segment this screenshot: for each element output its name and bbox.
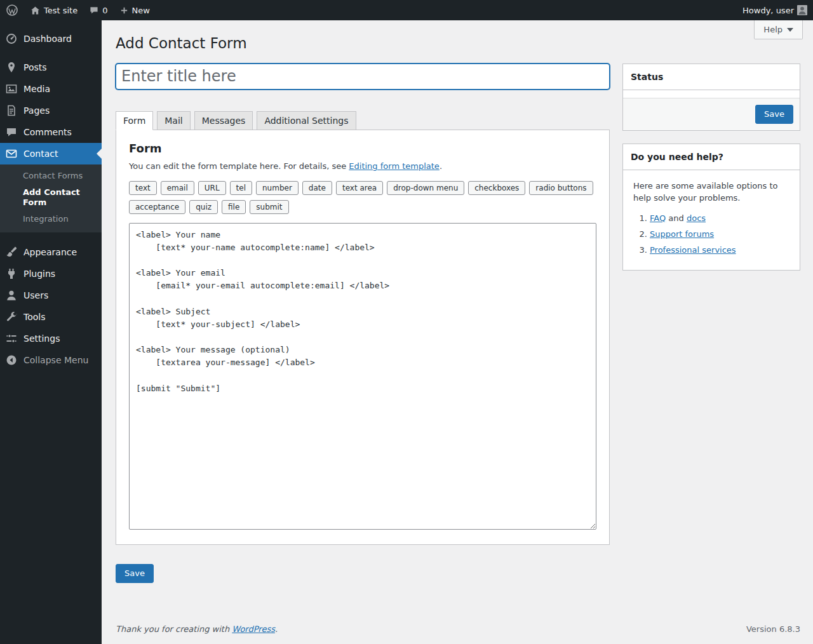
help-tab[interactable]: Help — [754, 20, 803, 39]
sidebar-item-label: Posts — [24, 62, 47, 72]
user-icon — [5, 289, 18, 302]
sidebar-item-plugins[interactable]: Plugins — [0, 263, 102, 285]
wordpress-link[interactable]: WordPress — [232, 624, 275, 634]
comment-icon — [89, 5, 99, 15]
status-box: Status Save — [622, 64, 800, 131]
sidebar-item-label: Pages — [24, 105, 50, 116]
avatar — [797, 5, 807, 15]
form-panel-description: You can edit the form template here. For… — [129, 161, 596, 171]
admin-sidebar: Dashboard Posts Media Pages Comments Con… — [0, 20, 102, 644]
tag-button-checkboxes[interactable]: checkboxes — [468, 181, 525, 195]
title-input[interactable] — [116, 64, 610, 90]
tag-button-email[interactable]: email — [161, 181, 194, 195]
help-box-title: Do you need help? — [623, 144, 800, 170]
main-area: Help Add Contact Form Form Mail Messages… — [102, 0, 813, 644]
home-icon — [30, 5, 41, 16]
comments-shortcut[interactable]: 0 — [83, 0, 113, 20]
howdy-label: Howdy, user — [742, 6, 794, 15]
site-name-link[interactable]: Test site — [24, 0, 83, 20]
page-icon — [5, 104, 18, 117]
tab-form[interactable]: Form — [116, 111, 153, 130]
collapse-icon — [5, 354, 18, 366]
sidebar-item-settings[interactable]: Settings — [0, 328, 102, 349]
sidebar-item-media[interactable]: Media — [0, 78, 102, 100]
sidebar-item-tools[interactable]: Tools — [0, 306, 102, 328]
menu-separator — [0, 232, 102, 241]
tag-button-text[interactable]: text — [129, 181, 157, 195]
admin-bar-left: Test site 0 New — [0, 0, 156, 20]
footer-thanks-suffix: . — [275, 624, 278, 634]
editing-form-template-link[interactable]: Editing form template — [349, 161, 440, 171]
sidebar-item-comments[interactable]: Comments — [0, 121, 102, 143]
sidebar-item-label: Dashboard — [24, 34, 72, 44]
description-suffix: . — [440, 161, 442, 171]
tag-button-text-area[interactable]: text area — [336, 181, 383, 195]
tag-button-acceptance[interactable]: acceptance — [129, 200, 185, 214]
support-forums-link[interactable]: Support forums — [650, 229, 714, 239]
submenu-item-integration[interactable]: Integration — [0, 211, 102, 227]
plugin-icon — [5, 267, 18, 280]
side-column: Status Save Do you need help? Here are s… — [622, 64, 800, 283]
help-item-connector: and — [666, 213, 687, 223]
admin-bar: Test site 0 New Howdy, user — [0, 0, 813, 20]
footer-thanks-text: Thank you for creating with — [116, 624, 232, 634]
sidebar-item-posts[interactable]: Posts — [0, 57, 102, 78]
settings-icon — [5, 332, 18, 345]
menu-separator — [0, 50, 102, 57]
tab-mail[interactable]: Mail — [157, 111, 190, 130]
form-panel-heading: Form — [129, 142, 596, 155]
docs-link[interactable]: docs — [687, 213, 706, 223]
tag-button-radio-buttons[interactable]: radio buttons — [529, 181, 593, 195]
tab-additional-settings[interactable]: Additional Settings — [257, 111, 356, 130]
media-icon — [5, 83, 18, 95]
sidebar-item-dashboard[interactable]: Dashboard — [0, 28, 102, 50]
help-box-body: Here are some available options to help … — [623, 170, 800, 270]
tag-button-tel[interactable]: tel — [230, 181, 252, 195]
tag-button-submit[interactable]: submit — [250, 200, 288, 214]
page-title: Add Contact Form — [116, 34, 800, 53]
wp-logo-menu[interactable] — [0, 0, 24, 20]
tag-button-file[interactable]: file — [222, 200, 246, 214]
submenu-item-contact-forms[interactable]: Contact Forms — [0, 168, 102, 184]
help-box: Do you need help? Here are some availabl… — [622, 144, 800, 271]
status-save-button[interactable]: Save — [755, 105, 793, 124]
wrench-icon — [5, 311, 18, 323]
tag-button-url[interactable]: URL — [198, 181, 226, 195]
sidebar-item-label: Contact — [24, 149, 58, 159]
help-tab-label: Help — [763, 25, 783, 34]
wordpress-logo-icon — [6, 4, 18, 17]
new-content-button[interactable]: New — [114, 0, 156, 20]
plus-icon — [119, 6, 129, 15]
account-menu[interactable]: Howdy, user — [737, 0, 813, 20]
professional-services-link[interactable]: Professional services — [650, 245, 736, 255]
help-box-intro: Here are some available options to help … — [633, 180, 789, 205]
tag-button-drop-down-menu[interactable]: drop-down menu — [387, 181, 464, 195]
brush-icon — [5, 246, 18, 258]
sidebar-item-label: Users — [24, 290, 48, 300]
collapse-menu-button[interactable]: Collapse Menu — [0, 349, 102, 371]
chevron-down-icon — [787, 28, 793, 32]
footer-thanks: Thank you for creating with WordPress. — [116, 624, 278, 634]
footer: Thank you for creating with WordPress. V… — [116, 615, 800, 644]
comments-count: 0 — [102, 6, 107, 15]
description-text: You can edit the form template here. For… — [129, 161, 349, 171]
tab-messages[interactable]: Messages — [194, 111, 253, 130]
admin-bar-right: Howdy, user — [737, 0, 813, 20]
faq-link[interactable]: FAQ — [650, 213, 666, 223]
sidebar-item-contact[interactable]: Contact — [0, 143, 102, 164]
sidebar-item-users[interactable]: Users — [0, 285, 102, 306]
sidebar-item-label: Plugins — [24, 269, 55, 279]
site-name-label: Test site — [44, 6, 77, 15]
sidebar-item-pages[interactable]: Pages — [0, 100, 102, 121]
status-box-actions: Save — [623, 98, 800, 130]
tag-button-quiz[interactable]: quiz — [189, 200, 218, 214]
form-template-textarea[interactable]: <label> Your name [text* your-name autoc… — [129, 223, 596, 530]
sidebar-item-label: Appearance — [24, 247, 77, 257]
save-button[interactable]: Save — [116, 564, 154, 583]
submenu-item-add-contact-form[interactable]: Add Contact Form — [0, 184, 102, 211]
status-box-title: Status — [623, 64, 800, 90]
columns: Form Mail Messages Additional Settings F… — [116, 64, 800, 583]
tag-button-date[interactable]: date — [302, 181, 332, 195]
tag-button-number[interactable]: number — [256, 181, 299, 195]
sidebar-item-appearance[interactable]: Appearance — [0, 241, 102, 263]
